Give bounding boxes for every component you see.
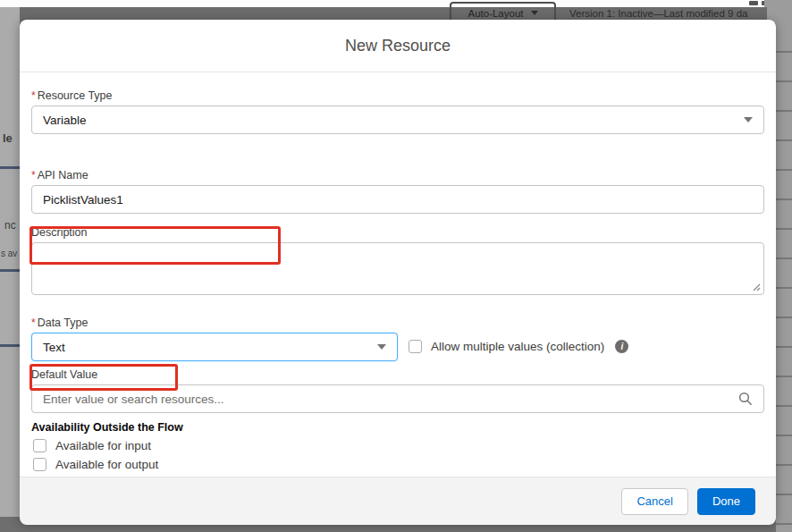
- cancel-button[interactable]: Cancel: [621, 488, 687, 515]
- allow-multiple-values-option: Allow multiple values (collection) i: [409, 340, 628, 353]
- available-for-output-label: Available for output: [55, 458, 158, 471]
- resize-handle-icon[interactable]: [752, 283, 761, 291]
- dialog-footer: Cancel Done: [20, 477, 776, 525]
- chevron-down-icon: [531, 11, 538, 15]
- resource-type-label: * Resource Type: [31, 89, 764, 102]
- api-name-field-group: * API Name PicklistValues1: [31, 169, 764, 214]
- available-for-output-option: Available for output: [33, 458, 764, 471]
- new-resource-dialog: New Resource * Resource Type Variable * …: [20, 20, 776, 523]
- background-left-panel: le nc s av: [0, 7, 20, 517]
- annotation-box-api-name: [29, 226, 281, 265]
- background-text-fragment: s av: [1, 249, 17, 258]
- data-type-value: Text: [43, 341, 377, 354]
- resource-type-field-group: * Resource Type Variable: [31, 89, 764, 134]
- available-for-input-label: Available for input: [55, 439, 151, 452]
- background-right-panel: [776, 23, 792, 532]
- data-type-label: * Data Type: [31, 317, 764, 329]
- available-for-output-checkbox[interactable]: [33, 458, 46, 471]
- version-status-text: Version 1: Inactive—Last modified 9 da: [569, 8, 747, 19]
- data-type-select[interactable]: Text: [31, 333, 398, 361]
- done-button[interactable]: Done: [697, 488, 755, 515]
- search-icon: [738, 392, 753, 406]
- background-divider: [0, 269, 20, 272]
- screen: Auto-Layout Version 1: Inactive—Last mod…: [0, 0, 792, 532]
- available-for-input-option: Available for input: [33, 439, 764, 452]
- resource-type-select[interactable]: Variable: [31, 106, 764, 134]
- dialog-body: * Resource Type Variable * API Name Pick…: [20, 72, 776, 477]
- availability-section: Availability Outside the Flow Available …: [31, 421, 764, 471]
- api-name-label: * API Name: [31, 169, 764, 182]
- resource-type-value: Variable: [43, 114, 744, 127]
- background-artifact: [749, 1, 758, 5]
- chevron-down-icon: [744, 117, 753, 122]
- annotation-box-data-type: [29, 364, 178, 391]
- required-marker: *: [31, 89, 36, 102]
- api-name-input[interactable]: PicklistValues1: [31, 185, 764, 214]
- data-type-field-group: * Data Type Text Allow multiple values (…: [31, 317, 764, 361]
- chevron-down-icon: [377, 344, 386, 350]
- background-divider: [0, 344, 20, 347]
- api-name-value: PicklistValues1: [43, 193, 753, 207]
- background-text-fragment: le: [3, 131, 13, 145]
- background-divider: [0, 166, 20, 169]
- available-for-input-checkbox[interactable]: [33, 439, 46, 452]
- dialog-header: New Resource: [20, 20, 776, 72]
- allow-multiple-values-checkbox[interactable]: [409, 340, 422, 353]
- background-text-fragment: nc: [4, 219, 16, 232]
- dialog-title: New Resource: [345, 37, 451, 55]
- required-marker: *: [31, 317, 36, 329]
- auto-layout-label: Auto-Layout: [468, 8, 523, 19]
- info-icon[interactable]: i: [615, 340, 628, 353]
- availability-heading: Availability Outside the Flow: [31, 421, 764, 434]
- default-value-placeholder: Enter value or search resources...: [43, 393, 731, 406]
- background-top-strip: [0, 0, 767, 7]
- required-marker: *: [31, 169, 36, 182]
- allow-multiple-values-label: Allow multiple values (collection): [431, 340, 604, 353]
